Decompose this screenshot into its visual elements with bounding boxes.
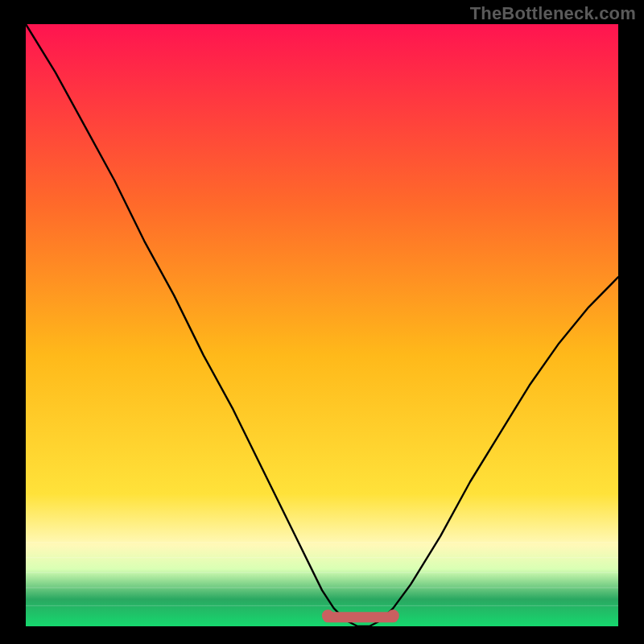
bottleneck-chart <box>0 0 644 644</box>
plot-background <box>26 24 618 626</box>
chart-frame: TheBottleneck.com <box>0 0 644 644</box>
watermark-text: TheBottleneck.com <box>470 3 636 24</box>
gradient-band-line <box>26 557 618 558</box>
optimal-range-endpoint <box>387 609 399 621</box>
gradient-band-line <box>26 542 618 543</box>
gradient-band-line <box>26 605 618 606</box>
gradient-band-line <box>26 572 618 573</box>
optimal-range-endpoint <box>322 609 334 621</box>
